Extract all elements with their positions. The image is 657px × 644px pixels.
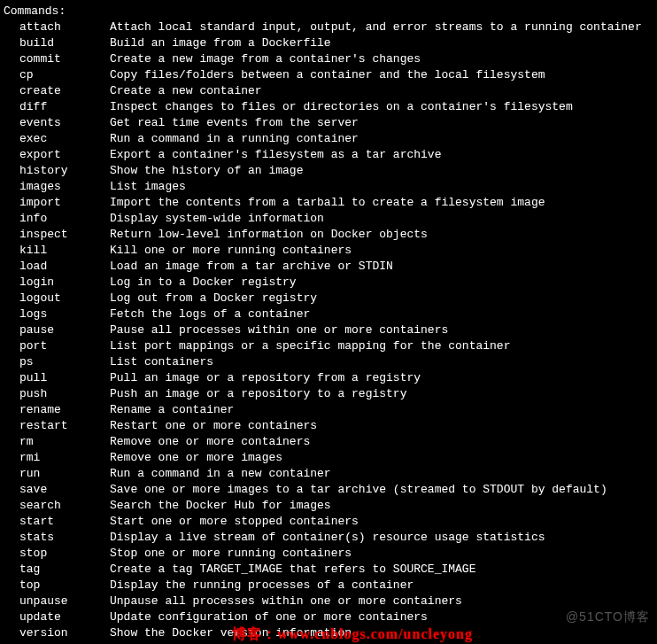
command-description: List containers: [110, 354, 213, 370]
command-name: events: [4, 115, 110, 131]
command-row: buildBuild an image from a Dockerfile: [4, 35, 653, 51]
watermark-label: 博客：: [232, 626, 277, 641]
command-description: Import the contents from a tarball to cr…: [110, 195, 545, 211]
command-name: create: [4, 83, 110, 99]
command-description: Rename a container: [110, 402, 234, 418]
watermark-url: www.cnblogs.com/uncleyong: [277, 626, 473, 641]
command-row: loadLoad an image from a tar archive or …: [4, 259, 653, 275]
command-description: Run a command in a running container: [110, 131, 359, 147]
command-description: Push an image or a repository to a regis…: [110, 386, 406, 402]
command-name: tag: [4, 562, 110, 578]
command-row: runRun a command in a new container: [4, 466, 653, 482]
command-name: version: [4, 625, 110, 641]
command-name: images: [4, 179, 110, 195]
command-name: save: [4, 482, 110, 498]
command-description: Stop one or more running containers: [110, 546, 352, 562]
command-row: tagCreate a tag TARGET_IMAGE that refers…: [4, 562, 653, 578]
command-name: commit: [4, 51, 110, 67]
command-name: kill: [4, 243, 110, 259]
command-description: Create a tag TARGET_IMAGE that refers to…: [110, 562, 475, 578]
command-description: Copy files/folders between a container a…: [110, 67, 545, 83]
command-description: Pause all processes within one or more c…: [110, 322, 448, 338]
commands-list: attachAttach local standard input, outpu…: [4, 19, 653, 644]
command-row: attachAttach local standard input, outpu…: [4, 19, 653, 35]
command-row: stopStop one or more running containers: [4, 546, 653, 562]
command-row: renameRename a container: [4, 402, 653, 418]
command-name: pull: [4, 370, 110, 386]
command-row: restartRestart one or more containers: [4, 418, 653, 434]
command-name: unpause: [4, 594, 110, 609]
command-description: Inspect changes to files or directories …: [110, 99, 573, 115]
command-row: importImport the contents from a tarball…: [4, 195, 653, 211]
command-name: push: [4, 386, 110, 402]
command-row: startStart one or more stopped container…: [4, 514, 653, 530]
command-description: Create a new container: [110, 83, 262, 99]
watermark-bottom: 博客：www.cnblogs.com/uncleyong: [232, 626, 473, 642]
command-name: logs: [4, 306, 110, 322]
command-description: Start one or more stopped containers: [110, 514, 359, 530]
command-description: Kill one or more running containers: [110, 243, 352, 259]
command-row: rmRemove one or more containers: [4, 434, 653, 450]
command-row: infoDisplay system-wide information: [4, 211, 653, 227]
command-description: Log in to a Docker registry: [110, 275, 297, 291]
command-row: diffInspect changes to files or director…: [4, 99, 653, 115]
command-name: stats: [4, 530, 110, 546]
command-description: Export a container's filesystem as a tar…: [110, 147, 441, 163]
command-row: createCreate a new container: [4, 83, 653, 99]
command-name: rmi: [4, 450, 110, 466]
command-row: rmiRemove one or more images: [4, 450, 653, 466]
command-description: Build an image from a Dockerfile: [110, 35, 331, 51]
command-row: pullPull an image or a repository from a…: [4, 370, 653, 386]
command-name: start: [4, 514, 110, 530]
command-description: Return low-level information on Docker o…: [110, 227, 428, 243]
command-row: topDisplay the running processes of a co…: [4, 578, 653, 594]
command-row: saveSave one or more images to a tar arc…: [4, 482, 653, 498]
command-row: pushPush an image or a repository to a r…: [4, 386, 653, 402]
command-description: Fetch the logs of a container: [110, 306, 310, 322]
command-row: eventsGet real time events from the serv…: [4, 115, 653, 131]
command-description: Get real time events from the server: [110, 115, 359, 131]
command-row: searchSearch the Docker Hub for images: [4, 498, 653, 514]
command-row: statsDisplay a live stream of container(…: [4, 530, 653, 546]
command-row: exportExport a container's filesystem as…: [4, 147, 653, 163]
command-name: attach: [4, 19, 110, 35]
command-row: psList containers: [4, 354, 653, 370]
command-description: Remove one or more images: [110, 450, 282, 466]
command-description: List port mappings or a specific mapping…: [110, 338, 510, 354]
command-description: Display the running processes of a conta…: [110, 578, 414, 594]
command-description: Attach local standard input, output, and…: [110, 19, 642, 35]
command-row: pausePause all processes within one or m…: [4, 322, 653, 338]
command-row: logsFetch the logs of a container: [4, 306, 653, 322]
command-name: rm: [4, 434, 110, 450]
command-name: logout: [4, 291, 110, 306]
command-name: history: [4, 163, 110, 179]
command-row: logoutLog out from a Docker registry: [4, 291, 653, 306]
command-description: Unpause all processes within one or more…: [110, 594, 462, 609]
command-name: load: [4, 259, 110, 275]
command-row: inspectReturn low-level information on D…: [4, 227, 653, 243]
command-name: rename: [4, 402, 110, 418]
command-row: execRun a command in a running container: [4, 131, 653, 147]
command-description: Search the Docker Hub for images: [110, 498, 331, 514]
command-name: exec: [4, 131, 110, 147]
command-description: Display a live stream of container(s) re…: [110, 530, 545, 546]
command-name: export: [4, 147, 110, 163]
command-description: Run a command in a new container: [110, 466, 331, 482]
command-description: Pull an image or a repository from a reg…: [110, 370, 421, 386]
command-row: portList port mappings or a specific map…: [4, 338, 653, 354]
command-row: commitCreate a new image from a containe…: [4, 51, 653, 67]
command-name: diff: [4, 99, 110, 115]
command-description: Create a new image from a container's ch…: [110, 51, 421, 67]
command-name: import: [4, 195, 110, 211]
command-description: Display system-wide information: [110, 211, 324, 227]
command-description: Update configuration of one or more cont…: [110, 609, 428, 625]
command-description: Restart one or more containers: [110, 418, 317, 434]
command-description: Show the history of an image: [110, 163, 303, 179]
commands-header: Commands:: [4, 4, 653, 19]
watermark-corner: @51CTO博客: [566, 609, 650, 625]
command-description: Remove one or more containers: [110, 434, 310, 450]
command-row: killKill one or more running containers: [4, 243, 653, 259]
command-name: pause: [4, 322, 110, 338]
command-description: Load an image from a tar archive or STDI…: [110, 259, 393, 275]
command-name: top: [4, 578, 110, 594]
